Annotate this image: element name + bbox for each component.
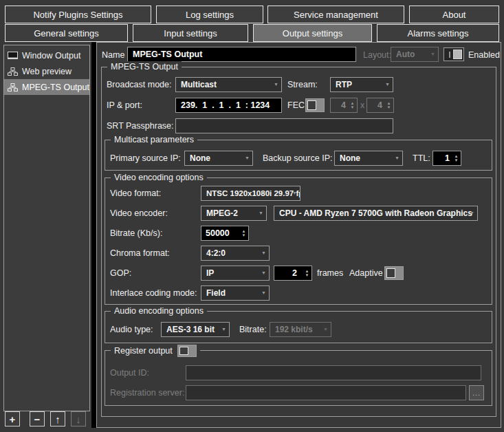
chroma-format-select[interactable]: 4:2:0 ▼ bbox=[201, 246, 270, 261]
chevron-down-icon: ▼ bbox=[292, 191, 297, 195]
gop-label: GOP: bbox=[110, 266, 131, 281]
register-output-label: Register output bbox=[114, 345, 173, 357]
registration-server-input bbox=[186, 385, 466, 400]
gop-frames-stepper[interactable]: 2 ▲▼ bbox=[274, 266, 312, 281]
chevron-down-icon: ▼ bbox=[274, 82, 278, 87]
chroma-format-value: 4:2:0 bbox=[206, 248, 226, 258]
toggle-knob bbox=[453, 50, 462, 59]
registration-server-label: Registration server: bbox=[110, 385, 184, 400]
chevron-down-icon: ▼ bbox=[323, 327, 328, 332]
stepper-arrows-icon[interactable]: ▲▼ bbox=[303, 266, 311, 280]
chroma-format-label: Chroma format: bbox=[110, 246, 170, 261]
tab-output-settings[interactable]: Output settings bbox=[253, 24, 372, 42]
list-item-web-preview[interactable]: Web preview bbox=[4, 63, 89, 79]
remove-output-button[interactable]: − bbox=[30, 411, 45, 426]
settings-window: Notify Plugins Settings Log settings Ser… bbox=[0, 0, 504, 432]
list-item-label: Web preview bbox=[22, 67, 72, 76]
register-output-group-title: Register output bbox=[111, 345, 200, 357]
sitemap-icon bbox=[8, 67, 18, 76]
gop-value: IP bbox=[206, 268, 214, 278]
register-output-toggle[interactable] bbox=[177, 345, 197, 357]
list-item-window-output[interactable]: Window Output bbox=[4, 47, 89, 63]
adaptive-label: Adaptive bbox=[349, 266, 383, 281]
tab-general-settings[interactable]: General settings bbox=[5, 24, 128, 42]
window-icon bbox=[8, 52, 18, 60]
fec-cols-stepper: 4 ▲▼ bbox=[330, 98, 358, 113]
stream-select[interactable]: RTP ▼ bbox=[330, 77, 393, 92]
mpegts-output-group-title: MPEG-TS Output bbox=[107, 61, 182, 73]
video-format-select[interactable]: NTSC 1920x1080i 29.97 fps ▼ bbox=[201, 186, 300, 201]
stepper-arrows-icon: ▲▼ bbox=[348, 98, 357, 112]
broadcast-mode-label: Broadcast mode: bbox=[107, 77, 172, 92]
output-id-label: Output ID: bbox=[110, 365, 149, 380]
stream-value: RTP bbox=[336, 80, 352, 89]
sitemap-icon bbox=[8, 83, 18, 91]
name-label: Name bbox=[102, 47, 124, 63]
chevron-down-icon: ▼ bbox=[261, 290, 266, 295]
move-up-button[interactable]: ↑ bbox=[50, 411, 65, 426]
list-item-label: MPEG-TS Output bbox=[22, 83, 89, 92]
tab-input-settings[interactable]: Input settings bbox=[133, 24, 248, 42]
layout-select: Auto ▼ bbox=[391, 47, 439, 62]
bitrate-label: Bitrate (Kb/s): bbox=[110, 226, 162, 241]
chevron-down-icon: ▼ bbox=[395, 155, 399, 160]
toggle-knob bbox=[307, 100, 316, 110]
broadcast-mode-select[interactable]: Multicast ▼ bbox=[175, 77, 282, 92]
audio-encoding-group-title: Audio encoding options bbox=[111, 305, 207, 317]
bitrate-stepper[interactable]: 50000 ▲▼ bbox=[201, 226, 249, 241]
add-output-button[interactable]: + bbox=[5, 411, 20, 426]
list-item-mpegts-output[interactable]: MPEG-TS Output bbox=[4, 79, 89, 95]
chevron-down-icon: ▼ bbox=[385, 82, 390, 87]
fec-toggle[interactable] bbox=[305, 98, 325, 112]
chevron-down-icon: ▼ bbox=[261, 250, 266, 255]
tab-alarms-settings[interactable]: Alarms settings bbox=[377, 24, 499, 42]
interlace-coding-mode-select[interactable]: Field ▼ bbox=[201, 285, 270, 301]
audio-type-label: Audio type: bbox=[110, 322, 153, 337]
enabled-label: Enabled bbox=[468, 47, 500, 63]
enabled-toggle[interactable] bbox=[443, 47, 464, 61]
audio-type-value: AES-3 16 bit bbox=[166, 325, 215, 334]
backup-source-ip-label: Backup source IP: bbox=[263, 151, 332, 166]
chevron-down-icon: ▼ bbox=[221, 327, 226, 332]
chevron-down-icon: ▼ bbox=[261, 270, 266, 275]
stepper-arrows-icon: ▲▼ bbox=[384, 98, 393, 112]
gop-select[interactable]: IP ▼ bbox=[201, 266, 270, 281]
video-codec-value: MPEG-2 bbox=[206, 208, 238, 218]
stepper-arrows-icon[interactable]: ▲▼ bbox=[452, 151, 461, 165]
chevron-down-icon: ▼ bbox=[470, 210, 474, 215]
tab-about[interactable]: About bbox=[409, 6, 499, 23]
output-list: Window Output Web preview MPEG-TS Output bbox=[3, 45, 90, 411]
stepper-arrows-icon[interactable]: ▲▼ bbox=[239, 226, 248, 240]
stream-label: Stream: bbox=[287, 77, 318, 92]
video-encoder-device-select[interactable]: CPU - AMD Ryzen 7 5700G with Radeon Grap… bbox=[274, 206, 478, 221]
interlace-coding-mode-value: Field bbox=[206, 288, 226, 298]
browse-server-button[interactable]: ... bbox=[469, 385, 484, 400]
name-input[interactable]: MPEG-TS Output bbox=[127, 47, 356, 62]
audio-bitrate-select: 192 kbit/s ▼ bbox=[270, 322, 331, 337]
video-encoder-device-value: CPU - AMD Ryzen 7 5700G with Radeon Grap… bbox=[279, 208, 472, 218]
tab-service-management[interactable]: Service management bbox=[267, 6, 404, 23]
video-codec-select[interactable]: MPEG-2 ▼ bbox=[201, 206, 267, 221]
srt-passphrase-input[interactable] bbox=[175, 118, 393, 133]
ip-port-label: IP & port: bbox=[107, 98, 142, 113]
toggle-on-mark bbox=[449, 52, 450, 58]
video-encoder-label: Video encoder: bbox=[110, 206, 168, 221]
tab-log-settings[interactable]: Log settings bbox=[156, 6, 263, 23]
audio-bitrate-label: Bitrate: bbox=[239, 322, 267, 337]
chevron-down-icon: ▼ bbox=[245, 155, 250, 160]
primary-source-ip-select[interactable]: None ▼ bbox=[184, 151, 253, 166]
fec-rows-stepper: 4 ▲▼ bbox=[366, 98, 394, 113]
backup-source-ip-select[interactable]: None ▼ bbox=[334, 151, 403, 166]
video-format-label: Video format: bbox=[110, 186, 161, 201]
tab-notify-plugins-settings[interactable]: Notify Plugins Settings bbox=[5, 6, 151, 23]
audio-type-select[interactable]: AES-3 16 bit ▼ bbox=[161, 322, 230, 337]
panel-separator bbox=[91, 42, 96, 428]
chevron-down-icon: ▼ bbox=[259, 210, 263, 215]
ttl-label: TTL: bbox=[413, 151, 430, 166]
toggle-knob bbox=[386, 268, 395, 278]
interlace-coding-mode-label: Interlace coding mode: bbox=[110, 285, 197, 301]
list-item-label: Window Output bbox=[22, 51, 80, 61]
ttl-stepper[interactable]: 1 ▲▼ bbox=[432, 151, 461, 166]
adaptive-toggle[interactable] bbox=[384, 266, 404, 280]
ip-port-input[interactable]: 239. 1 . 1 . 1 : 1234 bbox=[175, 98, 282, 113]
